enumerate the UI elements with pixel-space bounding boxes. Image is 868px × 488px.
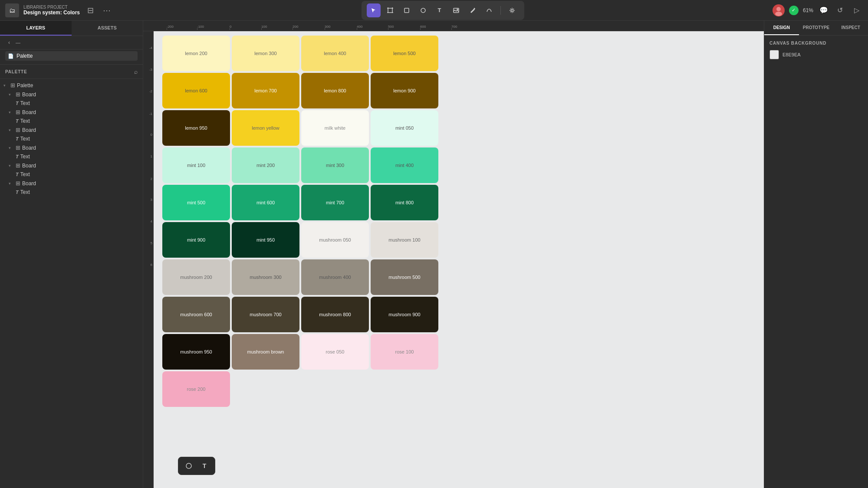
color-swatch-mint-400[interactable]: mint 400	[371, 147, 438, 183]
color-swatch-mushroom-400[interactable]: mushroom 400	[301, 259, 369, 295]
color-swatch-lemon-200[interactable]: lemon 200	[162, 36, 230, 71]
layer-text-3[interactable]: T Text	[0, 134, 143, 143]
color-swatch-mint-800[interactable]: mint 800	[371, 185, 438, 220]
layer-name: Text	[20, 118, 30, 124]
plugins-tool[interactable]	[505, 3, 519, 17]
color-swatch-label-lemon-yellow: lemon yellow	[252, 125, 279, 131]
layer-board-6[interactable]: ▾ ⊞ Board	[0, 179, 143, 188]
layer-board-3[interactable]: ▾ ⊞ Board	[0, 125, 143, 134]
color-swatch-lemon-yellow[interactable]: lemon yellow	[232, 110, 299, 146]
color-swatch-mint-050[interactable]: mint 050	[371, 110, 438, 146]
color-swatch-mint-900[interactable]: mint 900	[162, 222, 230, 258]
tab-design[interactable]: DESIGN	[764, 21, 799, 35]
color-swatch-mint-300[interactable]: mint 300	[301, 147, 369, 183]
mini-text-tool[interactable]: T	[198, 460, 210, 472]
color-swatch-mushroom-950[interactable]: mushroom 950	[162, 334, 230, 370]
color-swatch-mushroom-500[interactable]: mushroom 500	[371, 259, 438, 295]
tab-layers[interactable]: LAYERS	[0, 21, 72, 36]
color-swatch-lemon-500[interactable]: lemon 500	[371, 36, 438, 71]
ruler-tick: 200	[293, 25, 298, 29]
layer-board-1[interactable]: ▾ ⊞ Board	[0, 90, 143, 99]
color-swatch-mint-600[interactable]: mint 600	[232, 185, 299, 220]
layer-text-1[interactable]: T Text	[0, 99, 143, 108]
layer-palette[interactable]: ▾ ⊞ Palette	[0, 81, 143, 90]
color-swatch-mint-950[interactable]: mint 950	[232, 222, 299, 258]
color-swatch-label-lemon-800: lemon 800	[324, 88, 346, 93]
layer-text-6[interactable]: T Text	[0, 188, 143, 197]
color-swatch-label-mushroom-brown: mushroom brown	[247, 349, 284, 354]
ruler-v-tick: 4	[151, 219, 152, 223]
palette-search-icon[interactable]: ⌕	[134, 68, 138, 75]
comment-icon[interactable]: 💬	[818, 4, 830, 16]
layer-board-2[interactable]: ▾ ⊞ Board	[0, 108, 143, 117]
color-swatch-lemon-400[interactable]: lemon 400	[301, 36, 369, 71]
ellipse-tool[interactable]	[416, 3, 430, 17]
more-options-icon[interactable]: ⋯	[101, 4, 113, 16]
color-swatch-mushroom-600[interactable]: mushroom 600	[162, 297, 230, 332]
color-swatch-rose-200[interactable]: rose 200	[162, 371, 230, 407]
color-swatch-mint-700[interactable]: mint 700	[301, 185, 369, 220]
svg-point-11	[511, 9, 513, 11]
topbar-right: ✓ 61% 💬 ↺ ▷	[773, 4, 863, 16]
layer-name: Text	[20, 189, 30, 195]
color-swatch-label-mushroom-600: mushroom 600	[180, 312, 212, 317]
color-swatch-mushroom-100[interactable]: mushroom 100	[371, 222, 438, 258]
main-area: LAYERS ASSETS ‹ — 📄 Palette PALETTE ⌕ ▾ …	[0, 21, 868, 488]
color-swatch-mushroom-900[interactable]: mushroom 900	[371, 297, 438, 332]
color-swatch-rose-050[interactable]: rose 050	[301, 334, 369, 370]
ruler-tick: 400	[357, 25, 362, 29]
color-swatch-lemon-700[interactable]: lemon 700	[232, 73, 299, 108]
tab-inspect[interactable]: INSPECT	[833, 21, 868, 35]
canvas-background-section: CANVAS BACKGROUND E8E9EA	[764, 36, 868, 65]
color-swatch-lemon-300[interactable]: lemon 300	[232, 36, 299, 71]
color-swatch-lemon-900[interactable]: lemon 900	[371, 73, 438, 108]
color-swatch-label-mint-800: mint 800	[395, 200, 414, 205]
select-tool[interactable]	[367, 3, 381, 17]
canvas-content: lemon 200lemon 300lemon 400lemon 500lemo…	[154, 31, 764, 488]
color-swatch-mushroom-800[interactable]: mushroom 800	[301, 297, 369, 332]
pen-tool[interactable]	[466, 3, 480, 17]
path-tool[interactable]	[482, 3, 496, 17]
file-name: Design system: Colors	[23, 10, 80, 16]
canvas-area[interactable]: -200 -100 0 100 200 300 400 500 600 700 …	[143, 21, 764, 488]
color-swatch-mint-200[interactable]: mint 200	[232, 147, 299, 183]
color-swatch-label-lemon-600: lemon 600	[185, 88, 207, 93]
color-swatch-mushroom-200[interactable]: mushroom 200	[162, 259, 230, 295]
layer-text-2[interactable]: T Text	[0, 117, 143, 125]
history-icon[interactable]: ↺	[834, 4, 846, 16]
image-tool[interactable]	[449, 3, 463, 17]
mini-circle-tool[interactable]	[183, 460, 195, 472]
color-swatch-lemon-800[interactable]: lemon 800	[301, 73, 369, 108]
color-swatch-label-mushroom-300: mushroom 300	[250, 275, 281, 280]
frame-tool[interactable]	[383, 3, 397, 17]
color-swatch-mushroom-brown[interactable]: mushroom brown	[232, 334, 299, 370]
layer-board-4[interactable]: ▾ ⊞ Board	[0, 143, 143, 152]
view-toggle-icon[interactable]: ⊟	[84, 4, 96, 16]
tab-prototype[interactable]: PROTOTYPE	[799, 21, 834, 35]
color-swatch-lemon-600[interactable]: lemon 600	[162, 73, 230, 108]
color-swatch-rose-100[interactable]: rose 100	[371, 334, 438, 370]
color-swatch-mint-100[interactable]: mint 100	[162, 147, 230, 183]
group-icon: ⊞	[10, 82, 15, 88]
text-tool[interactable]: T	[433, 3, 447, 17]
color-swatch-lemon-950[interactable]: lemon 950	[162, 110, 230, 146]
tab-assets[interactable]: ASSETS	[72, 21, 143, 36]
ruler-v-tick: -1	[149, 112, 152, 116]
layer-board-5[interactable]: ▾ ⊞ Board	[0, 161, 143, 170]
ruler-v-tick: 2	[151, 177, 152, 181]
rect-tool[interactable]	[400, 3, 414, 17]
layer-text-4[interactable]: T Text	[0, 152, 143, 161]
color-swatch-mushroom-300[interactable]: mushroom 300	[232, 259, 299, 295]
color-swatch-label-mint-300: mint 300	[326, 163, 344, 168]
share-icon[interactable]: ▷	[851, 4, 863, 16]
canvas-background-title: CANVAS BACKGROUND	[769, 41, 863, 46]
ruler-tick: 600	[420, 25, 426, 29]
color-swatch-milk-white[interactable]: milk white	[301, 110, 369, 146]
canvas-bg-color-box[interactable]	[769, 50, 779, 59]
color-swatch-mint-500[interactable]: mint 500	[162, 185, 230, 220]
color-swatch-mushroom-050[interactable]: mushroom 050	[301, 222, 369, 258]
page-item-palette[interactable]: 📄 Palette	[5, 51, 138, 61]
pages-collapse-arrow[interactable]: ‹	[5, 39, 13, 46]
layer-text-5[interactable]: T Text	[0, 170, 143, 179]
color-swatch-mushroom-700[interactable]: mushroom 700	[232, 297, 299, 332]
